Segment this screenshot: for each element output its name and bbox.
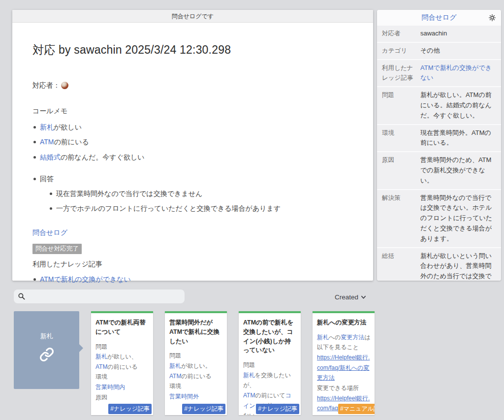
text-segment: の前にいる [107,363,137,370]
knowledge-item: ATMで新札の交換ができない [32,274,350,284]
card-body: 問題新札が欲しい、ATMの前にいる環境営業時間内原因 [95,342,149,403]
text-segment: の前にいて [255,392,285,399]
card-body-line: 変更できる場所 [317,383,371,393]
inline-link[interactable]: 営業時間外 [169,393,199,400]
text-segment: 問題 [169,352,181,359]
row-value: 営業時間外なので当行では交換できない。ホテルのフロントに行っていただくと交換でき… [420,193,501,244]
call-memo-label: コールメモ [32,107,350,116]
text-segment: 環境 [95,373,107,380]
answer-label-row: 回答 [32,174,350,184]
card-body-line: 問題 [95,342,149,352]
answer-block: 回答 現在営業時間外なので当行では交換できません一方でホテルのフロントに行ってい… [32,174,350,214]
answer-item: 一方でホテルのフロントに行っていただくと交換できる場合があります [49,203,350,213]
pinned-card-shinsatsu[interactable]: 新札 [14,311,79,389]
memo-item: 新札が欲しい [32,122,350,132]
text-segment: が欲しい、 [107,353,137,360]
row-value: sawachin [420,29,501,39]
text-segment: が欲しい。 [181,362,211,369]
inline-link[interactable]: 新札 [95,353,107,360]
text-segment: の前なんだ。今すぐ欲しい [61,153,145,161]
row-value-link[interactable]: ATMで新札の交換ができない [420,63,501,84]
inline-link[interactable]: https://Helpfeel銀行.com/faq/新札への変更方法 [317,354,370,381]
knowledge-label: 利用したナレッジ記事 [32,260,350,269]
knowledge-list: ATMで新札の交換ができない [32,274,350,284]
side-panel-row: カテゴリその他 [377,43,501,60]
inline-link[interactable]: 新札 [40,123,54,131]
inquiry-log-card: 問合せログです 対応 by sawachin 2025/3/24 12:30.2… [12,10,373,281]
text-segment: の前にいる [54,138,89,146]
inline-link[interactable]: 新札 [169,362,181,369]
inline-link[interactable]: ATM [95,363,107,370]
card-body-line: 営業時間内 [95,382,149,392]
call-memo-list: 新札が欲しいATMの前にいる結婚式の前なんだ。今すぐ欲しい [32,122,350,162]
inline-link[interactable]: 新札 [243,372,255,379]
text-segment: が欲しい [54,123,82,131]
card-tag-badge: #ナレッジ記事 [182,404,225,414]
side-panel-row: 解決策営業時間外なので当行では交換できない。ホテルのフロントに行っていただくと交… [377,190,501,248]
responder-avatar [61,82,68,89]
side-panel-title[interactable]: 問合せログ [422,13,457,22]
row-label: 環境 [382,128,420,149]
card-body-line: 環境 [95,372,149,382]
row-label: 原因 [382,155,420,186]
card-body-line: 問題 [169,351,223,361]
row-value: 新札が欲しいという問い合わせがあり、営業時間外のため当行では交換できないと案内し… [420,251,501,281]
search-box[interactable] [14,290,185,303]
row-label: 対応者 [382,29,420,39]
inquiry-log-link[interactable]: 問合せログ [32,228,350,237]
side-panel-row: 総括新札が欲しいという問い合わせがあり、営業時間外のため当行では交換できないと案… [377,248,501,281]
card-title: ATMの前で新札を交換したいが、コイン(小銭)しか持っていない [243,318,297,355]
side-panel-rows: 対応者sawachinカテゴリその他利用したナレッジ記事ATMで新札の交換ができ… [377,26,501,281]
inline-link[interactable]: 営業時間内 [95,384,125,390]
manual-card[interactable]: 新札への変更方法 新札への変更方法は以下を見ることhttps://Helpfee… [313,311,375,415]
card-title: ATMでの新札両替について [95,318,149,337]
card-tag-badge: #ナレッジ記事 [108,404,152,414]
card-body-line: ATMの前にいる [169,371,223,382]
text-segment: 問題 [95,343,107,350]
answer-label: 回答 [40,175,54,183]
side-panel-row: 対応者sawachin [377,26,501,43]
side-panel-row: 利用したナレッジ記事ATMで新札の交換ができない [377,60,501,88]
responder-label: 対応者： [32,81,60,89]
row-label: 問題 [382,90,420,121]
card-tag-badge: #マニュアル記事 [338,404,375,414]
knowledge-card[interactable]: ATMの前で新札を交換したいが、コイン(小銭)しか持っていない 問題新札を交換し… [239,311,301,415]
link-icon [39,347,54,362]
inline-link[interactable]: ATM [40,138,54,146]
answer-item: 現在営業時間外なので当行では交換できません [49,189,350,198]
stream-header: 問合せログです [12,10,373,23]
text-segment: 環境 [169,383,181,389]
search-icon [18,293,25,300]
text-segment: 変更できる場所 [317,385,359,391]
inline-link[interactable]: ATMで新札の交換ができない [40,275,131,283]
inline-link[interactable]: 変更方法 [341,334,365,341]
inline-link[interactable]: 新札 [317,334,329,341]
inline-link[interactable]: ATM [243,392,255,399]
text-segment: 一方でホテルのフロントに行っていただくと交換できる場合があります [56,204,281,212]
gear-icon[interactable] [488,14,496,22]
card-body-line: 環境 [169,381,223,391]
page-title: 対応 by sawachin 2025/3/24 12:30.298 [32,42,350,58]
side-panel-row: 原因営業時間外のため、ATMでの新札交換ができない。 [377,152,501,190]
sort-dropdown[interactable]: Created [335,292,366,302]
knowledge-card[interactable]: 営業時間外だがATMで新札に交換したい 問題新札が欲しい。ATMの前にいる環境営… [165,311,227,415]
row-label: 総括 [382,251,420,281]
row-value: 営業時間外のため、ATMでの新札交換ができない。 [420,155,501,186]
inline-link[interactable]: 結婚式 [40,153,61,161]
chevron-down-icon [361,294,366,300]
text-segment: の前にいる [181,373,211,380]
search-input[interactable] [28,290,185,303]
knowledge-card[interactable]: ATMでの新札両替について 問題新札が欲しい、ATMの前にいる環境営業時間内原因… [91,311,153,415]
memo-item: 結婚式の前なんだ。今すぐ欲しい [32,152,350,162]
pinned-card-label: 新札 [40,332,53,341]
row-value: その他 [420,46,501,56]
card-body: 新札への変更方法は以下を見ることhttps://Helpfeel銀行.com/f… [317,332,371,415]
card-body-line: 新札が欲しい。 [169,361,223,371]
text-segment: 原因 [95,394,107,401]
row-label: 利用したナレッジ記事 [382,63,420,84]
side-panel-row: 問題新札が欲しい。ATMの前にいる。結婚式の前なんだ。今すぐ欲しい。 [377,87,501,125]
memo-item: ATMの前にいる [32,137,350,147]
inline-link[interactable]: ATM [169,373,181,380]
side-panel-row: 環境現在営業時間外。ATMの前にいる。 [377,125,501,153]
inquiry-log-side-panel: 問合せログ 対応者sawachinカテゴリその他利用したナレッジ記事ATMで新札… [377,10,501,281]
